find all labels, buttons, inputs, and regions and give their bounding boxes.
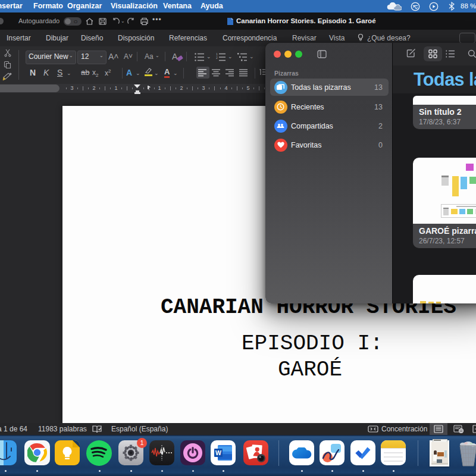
svg-text:5: 5 [246,85,249,91]
svg-text:3: 3 [70,85,73,91]
svg-text:2: 2 [216,56,218,60]
svg-text:4: 4 [224,85,227,91]
svg-text:W: W [215,449,221,456]
svg-text:1: 1 [114,85,117,91]
svg-text:3: 3 [202,85,205,91]
svg-text:2: 2 [92,85,95,91]
svg-text:1: 1 [158,85,161,91]
svg-text:2: 2 [180,85,183,91]
